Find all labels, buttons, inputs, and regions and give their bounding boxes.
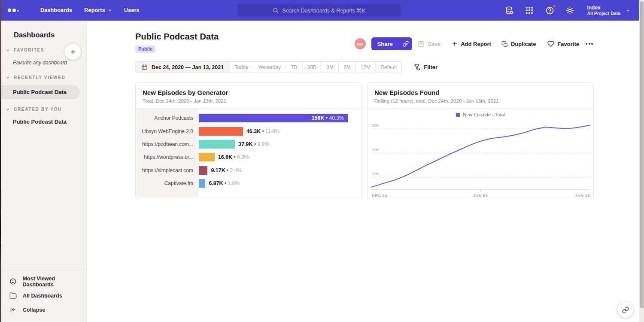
bar-value-label: 37.9K • 9.8% bbox=[238, 141, 269, 147]
bar-category-label: https://wordpress.or... bbox=[136, 154, 199, 160]
bar-value-label: 9.17K • 2.4% bbox=[211, 167, 242, 173]
bar-category-label: https://simplecast.com bbox=[136, 167, 199, 173]
favorite-button[interactable]: Favorite bbox=[547, 40, 579, 47]
scrollbar-thumb[interactable] bbox=[640, 1, 644, 308]
sidebar-section-recently-viewed: RECENTLY VIEWED Public Podcast Data bbox=[0, 75, 86, 99]
favorites-empty-hint: Favorite any dashboard bbox=[0, 60, 86, 66]
add-dashboard-button[interactable] bbox=[65, 44, 81, 60]
save-icon bbox=[418, 40, 425, 47]
chart-legend: New Episode - Total bbox=[368, 109, 593, 120]
search-input[interactable]: Search Dashboards & Reports ⌘K bbox=[237, 4, 401, 17]
folder-icon bbox=[9, 292, 17, 299]
date-range-group: Dec 24, 2020 — Jan 13, 2021 TodayYesterd… bbox=[135, 61, 402, 73]
date-preset-12m[interactable]: 12M bbox=[355, 62, 375, 73]
bar-row: Libsyn WebEngine 2.046.3K • 11.9% bbox=[136, 125, 361, 137]
top-navigation: Dashboards Reports Users bbox=[28, 7, 140, 13]
bar-row: https://wordpress.or...16.6K • 4.3% bbox=[136, 151, 361, 164]
nav-reports[interactable]: Reports bbox=[84, 7, 112, 13]
x-tick-label: JAN 03 bbox=[473, 193, 488, 198]
bar-zone: 16.6K • 4.3% bbox=[199, 153, 361, 161]
date-preset-30d[interactable]: 30D bbox=[302, 62, 322, 73]
sidebar: Dashboards FAVORITES Favorite any dashbo… bbox=[0, 21, 87, 322]
bar-zone: 6.87K • 1.8% bbox=[199, 179, 361, 188]
workspace-switcher[interactable]: Index All Project Data bbox=[587, 5, 630, 16]
plus-icon bbox=[452, 41, 458, 47]
smile-icon bbox=[9, 278, 17, 285]
bar-value-label: 46.3K • 11.9% bbox=[246, 128, 279, 134]
bar bbox=[199, 153, 215, 161]
date-preset-6m[interactable]: 6M bbox=[338, 62, 355, 73]
date-preset-yesterday[interactable]: Yesterday bbox=[253, 62, 286, 73]
bar-category-label: Anchor Podcasts bbox=[136, 115, 199, 121]
duplicate-icon bbox=[501, 41, 508, 47]
copy-link-button[interactable] bbox=[399, 37, 412, 50]
bar-zone: 46.3K • 11.9% bbox=[199, 127, 361, 136]
bar-chart: Anchor Podcasts156K • 40.3%Libsyn WebEng… bbox=[136, 109, 361, 197]
bar-category-label: Captivate.fm bbox=[136, 180, 199, 186]
section-label: CREATED BY YOU bbox=[14, 107, 62, 112]
all-dashboards-button[interactable]: All Dashboards bbox=[0, 289, 86, 303]
date-preset-3m[interactable]: 3M bbox=[322, 62, 339, 73]
legend-swatch bbox=[456, 113, 460, 117]
data-sources-icon[interactable] bbox=[504, 6, 514, 15]
nav-users[interactable]: Users bbox=[124, 7, 140, 13]
bar-value-label: 6.87K • 1.8% bbox=[209, 180, 240, 186]
topbar: Dashboards Reports Users Search Dashboar… bbox=[0, 0, 644, 21]
legend-label: New Episode - Total bbox=[463, 112, 505, 117]
bar: 156K • 40.3% bbox=[199, 114, 348, 122]
date-preset-today[interactable]: Today bbox=[229, 62, 253, 73]
sidebar-title: Dashboards bbox=[0, 21, 86, 39]
report-cards: New Episodes by Generator Total, Dec 24t… bbox=[135, 82, 594, 199]
add-report-button[interactable]: Add Report bbox=[452, 41, 491, 47]
save-button[interactable]: Save bbox=[418, 40, 440, 47]
search-icon bbox=[273, 7, 279, 13]
nav-dashboards[interactable]: Dashboards bbox=[40, 7, 72, 13]
card-title: New Episodes Found bbox=[374, 89, 586, 96]
filter-button[interactable]: Filter bbox=[413, 64, 437, 71]
date-preset-default[interactable]: Default bbox=[375, 62, 401, 73]
more-options-button[interactable] bbox=[585, 41, 594, 46]
y-tick-label: 20K bbox=[372, 147, 379, 152]
nav-reports-label: Reports bbox=[84, 7, 105, 13]
sidebar-section-created-by-you: CREATED BY YOU Public Podcast Data bbox=[0, 107, 86, 125]
apps-grid-icon[interactable] bbox=[525, 6, 534, 15]
most-viewed-dashboards-button[interactable]: Most Viewed Dashboards bbox=[0, 274, 86, 289]
date-range-value: Dec 24, 2020 — Jan 13, 2021 bbox=[152, 64, 224, 70]
card-subtitle: Total, Dec 24th, 2020 - Jan 13th, 2021 bbox=[143, 98, 354, 103]
workspace-name: Index bbox=[587, 5, 620, 11]
visibility-badge: Public bbox=[135, 46, 155, 53]
share-button[interactable]: Share bbox=[371, 37, 412, 50]
section-label: FAVORITES bbox=[14, 48, 44, 52]
date-preset-7d[interactable]: 7D bbox=[286, 62, 302, 73]
page-title: Public Podcast Data bbox=[135, 32, 219, 42]
share-link-fab[interactable] bbox=[617, 302, 633, 318]
sidebar-item-public-podcast-data-recent[interactable]: Public Podcast Data bbox=[0, 85, 80, 99]
bar bbox=[199, 140, 235, 149]
duplicate-button[interactable]: Duplicate bbox=[501, 41, 536, 47]
date-range-picker[interactable]: Dec 24, 2020 — Jan 13, 2021 bbox=[136, 62, 229, 73]
collapse-left-icon bbox=[9, 306, 17, 313]
page-scrollbar bbox=[639, 0, 644, 322]
topbar-actions: Index All Project Data bbox=[504, 0, 630, 21]
app-logo-icon[interactable] bbox=[8, 9, 22, 12]
filter-funnel-icon bbox=[413, 64, 420, 71]
section-header-created-by-you[interactable]: CREATED BY YOU bbox=[0, 107, 86, 112]
help-icon[interactable] bbox=[545, 6, 554, 15]
bar-value-label: 16.6K • 4.3% bbox=[218, 154, 249, 160]
page-actions: RH Share Save Add Report bbox=[355, 37, 594, 50]
avatar[interactable]: RH bbox=[355, 38, 366, 49]
bar bbox=[199, 127, 243, 136]
card-new-episodes-found: New Episodes Found Rolling (12 hours), t… bbox=[367, 82, 594, 199]
sidebar-item-public-podcast-data-created[interactable]: Public Podcast Data bbox=[0, 118, 86, 125]
favorite-label: Favorite bbox=[557, 41, 579, 47]
bar-row: https://podbean.com...37.9K • 9.8% bbox=[136, 138, 361, 151]
bar-value-label: 156K • 40.3% bbox=[311, 115, 343, 121]
axis-tick bbox=[480, 190, 481, 191]
section-header-recently-viewed[interactable]: RECENTLY VIEWED bbox=[0, 75, 86, 80]
chevron-down-icon bbox=[6, 76, 10, 80]
main-content: Public Podcast Data Public RH Share Sa bbox=[87, 21, 644, 322]
bar-zone: 156K • 40.3% bbox=[199, 114, 361, 122]
collapse-sidebar-button[interactable]: Collapse bbox=[0, 303, 86, 317]
settings-gear-icon[interactable] bbox=[565, 6, 574, 15]
background-window-sliver bbox=[0, 0, 1, 322]
